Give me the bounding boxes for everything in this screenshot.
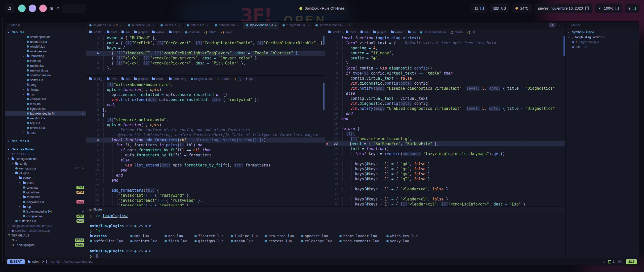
editor-lsp-extended-lua[interactable]: .config›nvim›lua›plugins›extras›lsp›lsp-… (325, 29, 565, 206)
code-line[interactable]: 8}, (86, 107, 325, 112)
neotree-item-~[interactable]: ⊡~#2859 (5, 238, 86, 243)
neotree-item-test[interactable]: ▸test (5, 130, 86, 135)
code-line[interactable]: 17│ │ │ │ │ opts.formatters_by_ft[ft] = … (86, 153, 325, 158)
code-line[interactable]: 19return { (325, 126, 565, 131)
code-line[interactable]: 29│ │ │ keys[#keys + 1] = { "gI", false … (325, 177, 565, 182)
code-line[interactable]: 6│ } (325, 61, 565, 66)
breadcrumb-item[interactable]: plugins (134, 30, 148, 34)
close-icon[interactable]: × (348, 23, 350, 27)
code-line[interactable]: 5│ │ prefix = "●", (325, 56, 565, 61)
breadcrumb-item[interactable]: {}return (450, 30, 463, 34)
breadcrumb-item[interactable]: color.lua (185, 30, 200, 34)
tab-compiler-lua[interactable]: compiler.lua× (212, 22, 243, 29)
neotree-section-neo-tree-git[interactable]: ▸Neo-Tree Git (5, 139, 86, 143)
tab-lsp-extended-lua[interactable]: lsp-extended.lua● (243, 22, 279, 29)
code-line[interactable]: 16│ end (325, 111, 565, 116)
breadcrumb-item[interactable]: .config (89, 77, 102, 81)
breadcrumb-item[interactable]: rustywind.lua (191, 77, 212, 81)
code-line[interactable]: 21│ │ [1]"neovim/nvim-lspconfig", (325, 136, 565, 141)
neotree-section-terminals[interactable]: ⊡TERMINALS (5, 233, 86, 238)
scrollbar-handle[interactable] (564, 36, 565, 56)
breadcrumb-item[interactable]: {}[1] (467, 30, 475, 34)
neotree-item-juegos-indies-steamlibrary-st[interactable]: ▸Juegos/Indies/SteamLibrary/st (5, 223, 86, 228)
code-line[interactable]: 9│ │ config.virtual_text = false (325, 76, 565, 81)
code-line[interactable]: 25 (325, 156, 565, 161)
code-line[interactable]: 4│ cmd = { [1]"CccPick", [2]"CccConvert"… (86, 41, 325, 46)
breadcrumb-item[interactable]: editor (169, 30, 180, 34)
weather-widget[interactable]: 24°C (512, 4, 532, 13)
code-line[interactable]: 6│ │ vim.list_extend(dst: opts.ensure_in… (86, 97, 325, 102)
neotree-item-linting[interactable]: ▸linting (5, 87, 86, 92)
close-icon[interactable]: × (307, 23, 309, 27)
code-line[interactable]: 3│ [1]"williamboman/mason.nvim", (86, 82, 325, 87)
code-line[interactable]: 2│ local virtual_text = { -- Default vir… (325, 41, 565, 46)
code-line[interactable]: 19│ │ │ │ │ vim.list_extend(dst: opts.fo… (86, 163, 325, 168)
neotree-item-lang[interactable]: ▸lang (5, 82, 86, 87)
neotree-item-compiler.lua[interactable]: compiler.lua (5, 97, 86, 101)
close-icon[interactable]: × (178, 23, 180, 27)
neotree-item-smart-splits.lua[interactable]: smart-splits.lua (5, 35, 86, 39)
breadcrumb-item[interactable]: ƒopts (246, 77, 254, 81)
breadcrumb-item[interactable]: extras (152, 30, 164, 34)
breadcrumb-item[interactable]: .config (89, 30, 102, 34)
breadcrumb-item[interactable]: lua (122, 77, 130, 81)
breadcrumb-item[interactable]: nvim (346, 30, 356, 34)
neotree-item-shellharden.lua[interactable]: shellharden.lua (5, 73, 86, 78)
neotree-section-neo-tree[interactable]: ▾Neo-Tree (5, 30, 86, 35)
code-line[interactable]: 6│ │ { [1]"<leader>uC", [2]"<cmd>CccHigh… (86, 51, 325, 56)
breadcrumb-item[interactable]: formatting (169, 77, 186, 81)
neotree-item-lsp-extended.lu[interactable]: lsp-extended.lu [+]◉ (5, 209, 86, 214)
workspace-indicator[interactable]: _____ (62, 4, 86, 13)
breadcrumb-item[interactable]: {}[2] (233, 77, 241, 81)
tab-scrollbar-handle-[interactable]: scrollbar-handle-…× (312, 22, 353, 29)
breadcrumb-item[interactable]: lua (360, 30, 369, 34)
code-line[interactable]: 9│ }, (86, 66, 325, 71)
code-line[interactable]: 25│ │ │ ["javascript"] = { "rustywind" }… (86, 193, 325, 198)
code-line[interactable]: 15│ │ │ for ft, formatters in pairs(t: t… (86, 143, 325, 148)
neotree-item-.config-nvim-lua[interactable]: ▾.config/nvim/lua (5, 156, 86, 161)
workspace-icon-2[interactable] (29, 5, 36, 12)
breadcrumb-item[interactable]: lsp-extended.lua (420, 30, 446, 34)
neotree-item-isort.lua[interactable]: isort.lua (5, 58, 86, 63)
code-line[interactable]: 24│ │ │ local keys = require(modname: "l… (325, 151, 565, 156)
neotree-item-lsp[interactable]: ▾lsp (5, 204, 86, 209)
neotree-item-bufferline.lua[interactable]: bufferline.lua#328 (5, 219, 86, 223)
floaterm-titlebar[interactable]: ⊡ Floaterm (86, 207, 565, 213)
neotree-item-github.lua[interactable]: github.lua#654 (5, 190, 86, 195)
workspace-icon-1[interactable] (18, 5, 26, 12)
neotree-item-worktree.lua[interactable]: worktree.lua (5, 49, 86, 54)
code-line[interactable]: 15│ │ vim.notify(msg: "Enabled diagnosti… (325, 106, 565, 111)
neo-tree-panel[interactable]: ▾Neo-Treesmart-splits.luaundotree.luawin… (5, 29, 86, 258)
code-area[interactable]: 3│ [1]"williamboman/mason.nvim",4│ opts … (86, 82, 325, 206)
close-icon[interactable]: × (120, 23, 122, 27)
neotree-item-config[interactable]: ▾config (5, 161, 86, 166)
outline-item-toggle_diag_virtext[interactable]: ▾ƒtoggle_diag_virtextfu (566, 35, 639, 40)
code-line[interactable]: 30 (325, 182, 565, 187)
neotree-item-plugins[interactable]: ▾plugins (5, 171, 86, 176)
neotree-item-neodim.lua[interactable]: neodim.lua (5, 116, 86, 121)
code-line[interactable]: 7│ │ { [1]"<S-C>", [2]"<cmd>CccConvert<c… (86, 56, 325, 61)
code-line[interactable]: 21│ │ │ end (86, 173, 325, 178)
code-line[interactable]: 27│ │ │ ["typescript"] = { "rustywind" }… (86, 203, 325, 206)
code-line[interactable]: 10│ [1]"stevearc/conform.nvim", (86, 117, 325, 122)
breadcrumb-item[interactable]: .config (328, 30, 341, 34)
editor-color-lua[interactable]: .config›nvim›lua›plugins›extras›editor›c… (86, 29, 325, 76)
code-line[interactable]: 14│ │ local function add_formatters(tbl … (86, 138, 325, 143)
code-line[interactable]: 4│ │ source = "if_many", (325, 51, 565, 56)
neotree-item-color.lua[interactable]: color.lua#493 (5, 185, 86, 190)
code-line[interactable]: 22│ │ end (86, 178, 325, 183)
tab-github-lua[interactable]: github.lua× (184, 22, 212, 29)
neotree-item-keymaps.lua[interactable]: keymaps.lua#10⚠ (5, 166, 86, 171)
keyboard-layout-widget[interactable]: ⌨ US (490, 4, 509, 13)
tab-bufferline-lua[interactable]: bufferline.lua× (125, 22, 157, 29)
neotree-item-repl.lua[interactable]: repl.lua (5, 121, 86, 125)
code-line[interactable]: 26│ │ │ ["javascriptreact"] = { "rustywi… (86, 198, 325, 203)
neotree-item-rustywind.lua[interactable]: rustywind.lua (5, 68, 86, 73)
tabpage-2[interactable]: 2 (556, 23, 563, 27)
code-line[interactable]: 12│ │ --- Extend the conform plugin conf… (86, 127, 325, 132)
breadcrumb-item[interactable]: lsp (408, 30, 416, 34)
editor-rustywind-lua[interactable]: .config›nvim›lua›plugins›extras›formatti… (86, 76, 325, 206)
code-line[interactable]: 5│ │ opts.ensure_installed = opts.ensure… (86, 92, 325, 97)
code-line[interactable]: 18│ │ │ │ else (86, 158, 325, 163)
code-line[interactable]: 7│ local config = vim.diagnostic.config(… (325, 66, 565, 71)
